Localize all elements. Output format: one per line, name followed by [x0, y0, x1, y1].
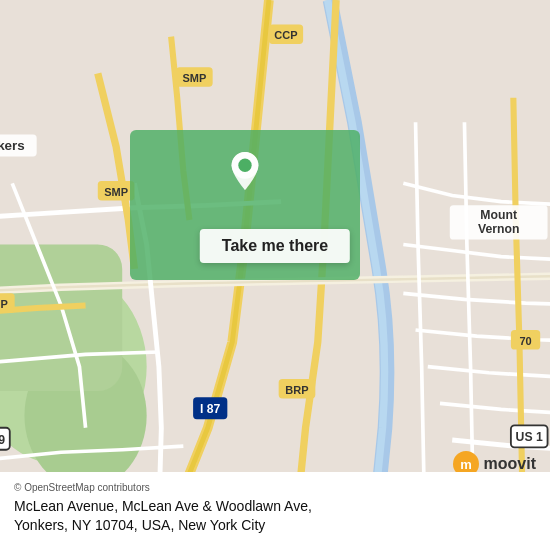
location-pin-icon [227, 150, 263, 192]
svg-text:US 1: US 1 [516, 430, 543, 444]
svg-text:BRP: BRP [285, 384, 308, 396]
svg-text:I 87: I 87 [200, 402, 221, 416]
svg-text:Mount: Mount [480, 208, 517, 222]
map-container: Yonkers Mount Vernon SMP SMP CCP CCP SBP… [0, 0, 550, 550]
take-me-there-button[interactable]: Take me there [200, 229, 350, 263]
svg-text:m: m [460, 457, 472, 472]
address-line: McLean Avenue, McLean Ave & Woodlawn Ave… [14, 498, 312, 534]
svg-text:SMP: SMP [182, 72, 206, 84]
svg-rect-3 [0, 244, 122, 391]
moovit-label: moovit [484, 455, 536, 473]
svg-point-38 [238, 159, 251, 172]
svg-text:CCP: CCP [274, 29, 297, 41]
svg-text:HHP: HHP [0, 298, 8, 310]
location-card: © OpenStreetMap contributors McLean Aven… [0, 472, 550, 550]
address-text: McLean Avenue, McLean Ave & Woodlawn Ave… [14, 497, 536, 536]
svg-text:70: 70 [519, 335, 531, 347]
svg-text:SMP: SMP [104, 186, 128, 198]
svg-text:US 9: US 9 [0, 433, 5, 447]
svg-text:Vernon: Vernon [478, 222, 519, 236]
map-copyright: © OpenStreetMap contributors [14, 482, 536, 493]
svg-text:Yonkers: Yonkers [0, 138, 25, 153]
